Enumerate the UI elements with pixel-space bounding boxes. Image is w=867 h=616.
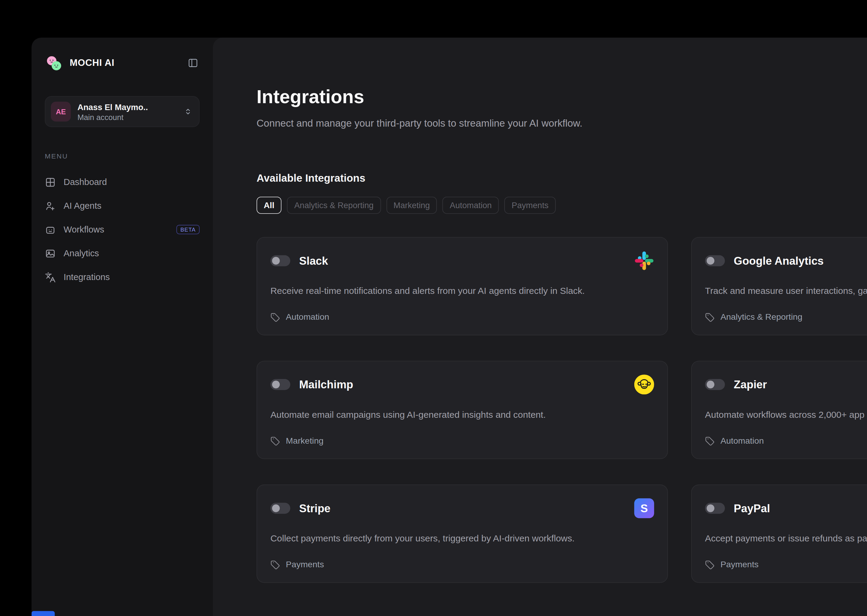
card-header: PayPal	[705, 498, 867, 518]
filter-all[interactable]: All	[257, 197, 282, 214]
toggle-knob	[706, 504, 714, 512]
filter-analytics-reporting[interactable]: Analytics & Reporting	[287, 197, 381, 214]
sidebar-item-label: Workflows	[63, 225, 104, 235]
card-header: Zapier	[705, 374, 867, 394]
menu-section-label: MENU	[45, 152, 200, 160]
tag-icon	[705, 312, 715, 322]
main-content: Integrations Connect and manage your thi…	[213, 38, 867, 616]
filter-pills: All Analytics & Reporting Marketing Auto…	[257, 197, 867, 214]
category-label: Automation	[286, 312, 329, 322]
category-label: Marketing	[286, 436, 324, 446]
integration-card-google-analytics: Google Analytics Track and measure user …	[691, 237, 867, 335]
logo-row: MOCHI AI	[45, 53, 200, 72]
mochi-logo-icon	[45, 54, 63, 72]
category-label: Payments	[720, 560, 758, 570]
toggle-knob	[272, 504, 280, 512]
slack-toggle[interactable]	[270, 255, 290, 267]
integration-card-mailchimp: Mailchimp	[257, 361, 668, 459]
account-texts: Anass El Maymo.. Main account	[77, 102, 148, 121]
card-header: Mailchimp	[270, 374, 654, 394]
integration-name: Google Analytics	[734, 255, 824, 267]
tag-icon	[270, 560, 280, 570]
sidebar-item-ai-agents[interactable]: AI Agents	[45, 194, 200, 218]
toggle-knob	[706, 257, 714, 265]
screen: MOCHI AI AE Anass El Maymo.. Main accoun…	[0, 0, 867, 616]
slack-logo-icon	[634, 251, 654, 271]
integration-category: Analytics & Reporting	[705, 312, 867, 322]
sidebar-item-label: Integrations	[63, 272, 110, 282]
toggle-knob	[272, 381, 280, 389]
integration-category: Automation	[270, 312, 654, 322]
section-title: Available Integrations	[257, 172, 867, 184]
account-switcher[interactable]: AE Anass El Maymo.. Main account	[45, 96, 200, 127]
sidebar-item-dashboard[interactable]: Dashboard	[45, 170, 200, 194]
filter-payments[interactable]: Payments	[504, 197, 556, 214]
integration-description: Automate workflows across 2,000+ app	[705, 409, 867, 420]
integration-description: Receive real-time notifications and aler…	[270, 286, 654, 296]
mailchimp-logo-icon	[634, 374, 654, 394]
integration-category: Payments	[705, 560, 867, 570]
sidebar-item-label: Dashboard	[63, 177, 107, 187]
languages-icon	[45, 272, 56, 283]
integration-card-zapier: Zapier Automate workflows across 2,000+ …	[691, 361, 867, 459]
sidebar-item-analytics[interactable]: Analytics	[45, 242, 200, 265]
google-analytics-toggle[interactable]	[705, 255, 725, 267]
sidebar: MOCHI AI AE Anass El Maymo.. Main accoun…	[32, 38, 213, 616]
sidebar-item-integrations[interactable]: Integrations	[45, 265, 200, 289]
sidebar-menu: Dashboard AI Agents Wo	[45, 170, 200, 289]
card-header: Stripe S	[270, 498, 654, 518]
category-label: Automation	[720, 436, 764, 446]
sidebar-item-label: AI Agents	[63, 201, 101, 211]
partial-bottom-banner	[32, 611, 55, 616]
card-header: Google Analytics	[705, 251, 867, 271]
filter-automation[interactable]: Automation	[443, 197, 499, 214]
tag-icon	[705, 436, 715, 446]
user-plus-icon	[45, 200, 56, 211]
beta-badge: BETA	[177, 225, 200, 234]
image-chart-icon	[45, 248, 56, 259]
page-subtitle: Connect and manage your third-party tool…	[257, 118, 867, 129]
integration-name: Mailchimp	[299, 378, 353, 391]
tag-icon	[270, 312, 280, 322]
sidebar-item-label: Analytics	[63, 248, 99, 258]
bot-icon	[45, 224, 56, 235]
toggle-knob	[706, 381, 714, 389]
integration-card-stripe: Stripe S Collect payments directly from …	[257, 484, 668, 583]
panel-left-icon	[188, 57, 199, 69]
account-avatar: AE	[51, 102, 71, 121]
sidebar-collapse-button[interactable]	[188, 57, 200, 69]
integration-description: Collect payments directly from your user…	[270, 533, 654, 544]
integration-description: Automate email campaigns using AI-genera…	[270, 409, 654, 420]
integration-card-paypal: PayPal Accept payments or issue refunds …	[691, 484, 867, 583]
integration-description: Accept payments or issue refunds as pa	[705, 533, 867, 544]
integration-description: Track and measure user interactions, ga	[705, 286, 867, 296]
category-label: Payments	[286, 560, 324, 570]
integration-name: Stripe	[299, 502, 331, 515]
account-name: Anass El Maymo..	[77, 102, 148, 111]
stripe-logo-icon: S	[634, 498, 654, 518]
dashboard-grid-icon	[45, 176, 56, 188]
app-window: MOCHI AI AE Anass El Maymo.. Main accoun…	[32, 38, 867, 616]
sidebar-item-workflows[interactable]: Workflows BETA	[45, 218, 200, 242]
page-title: Integrations	[257, 86, 867, 108]
toggle-knob	[272, 257, 280, 265]
tag-icon	[705, 560, 715, 570]
integrations-grid: Slack	[257, 237, 867, 583]
integration-name: PayPal	[734, 502, 770, 515]
stripe-toggle[interactable]	[270, 503, 290, 514]
mailchimp-toggle[interactable]	[270, 379, 290, 390]
integration-category: Automation	[705, 436, 867, 446]
paypal-toggle[interactable]	[705, 503, 725, 514]
integration-name: Slack	[299, 255, 328, 267]
app-title: MOCHI AI	[69, 57, 114, 69]
chevrons-up-down-icon	[184, 107, 192, 116]
account-subtitle: Main account	[77, 113, 148, 121]
integration-category: Marketing	[270, 436, 654, 446]
integration-name: Zapier	[734, 378, 767, 391]
filter-marketing[interactable]: Marketing	[386, 197, 437, 214]
integration-card-slack: Slack	[257, 237, 668, 335]
integration-category: Payments	[270, 560, 654, 570]
zapier-toggle[interactable]	[705, 379, 725, 390]
card-header: Slack	[270, 251, 654, 271]
tag-icon	[270, 436, 280, 446]
